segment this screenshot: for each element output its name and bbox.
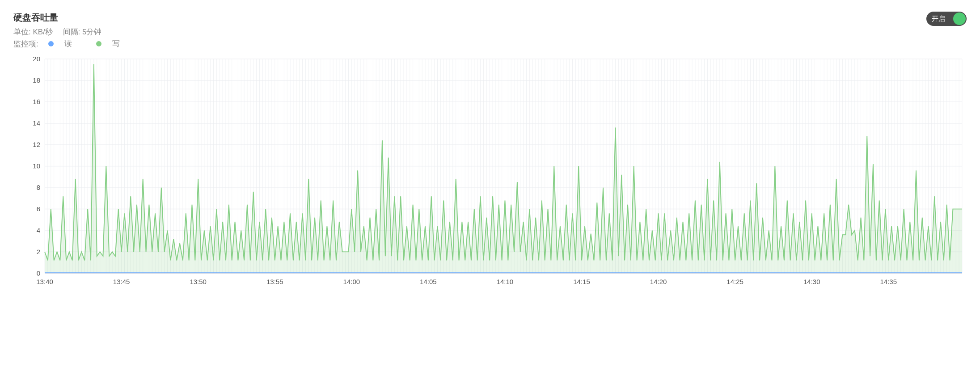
svg-text:13:45: 13:45 [113,278,130,285]
svg-text:6: 6 [37,205,40,213]
svg-text:0: 0 [37,269,40,277]
toggle-switch[interactable]: 开启 [926,12,967,26]
svg-text:10: 10 [33,162,40,170]
svg-text:14:00: 14:00 [343,278,360,285]
panel-title: 硬盘吞吐量 [13,12,144,24]
legend: 读 写 [48,38,136,50]
toggle-label: 开启 [932,15,945,23]
line-chart: 02468101214161820 13:4013:4513:5013:5514… [13,54,967,291]
meta-line-1: 单位: KB/秒 间隔: 5分钟 [13,26,144,38]
legend-read-label: 读 [64,38,72,50]
disk-throughput-panel: 硬盘吞吐量 单位: KB/秒 间隔: 5分钟 监控项: 读 写 [0,0,980,315]
svg-text:14: 14 [33,119,40,127]
svg-text:13:50: 13:50 [190,278,207,285]
meta-line-2: 监控项: 读 写 [13,38,144,50]
chart-area: 02468101214161820 13:4013:4513:5013:5514… [13,54,967,293]
svg-text:14:25: 14:25 [727,278,743,285]
svg-text:12: 12 [33,141,40,148]
svg-text:14:20: 14:20 [650,278,667,285]
svg-text:13:55: 13:55 [266,278,283,285]
svg-text:14:10: 14:10 [497,278,514,285]
svg-text:20: 20 [33,55,40,63]
legend-write-label: 写 [112,38,120,50]
svg-text:18: 18 [33,76,40,84]
svg-text:16: 16 [33,98,40,105]
svg-text:4: 4 [37,226,40,234]
toggle-knob-icon [953,13,966,25]
legend-read-dot-icon [48,41,54,46]
monitor-label: 监控项: [13,40,38,48]
panel-meta: 硬盘吞吐量 单位: KB/秒 间隔: 5分钟 监控项: 读 写 [13,12,144,50]
legend-write-dot-icon [96,41,101,46]
svg-text:14:15: 14:15 [573,278,590,285]
interval-label: 间隔: 5分钟 [63,28,102,36]
svg-text:14:05: 14:05 [420,278,437,285]
svg-text:14:30: 14:30 [803,278,820,285]
svg-text:2: 2 [37,248,40,255]
svg-text:14:35: 14:35 [880,278,897,285]
legend-write[interactable]: 写 [96,38,128,50]
unit-label: 单位: KB/秒 [13,28,53,36]
svg-text:13:40: 13:40 [36,278,53,285]
svg-text:8: 8 [37,184,40,191]
panel-header: 硬盘吞吐量 单位: KB/秒 间隔: 5分钟 监控项: 读 写 [13,12,967,50]
series-write-area [45,64,962,273]
legend-read[interactable]: 读 [48,38,80,50]
